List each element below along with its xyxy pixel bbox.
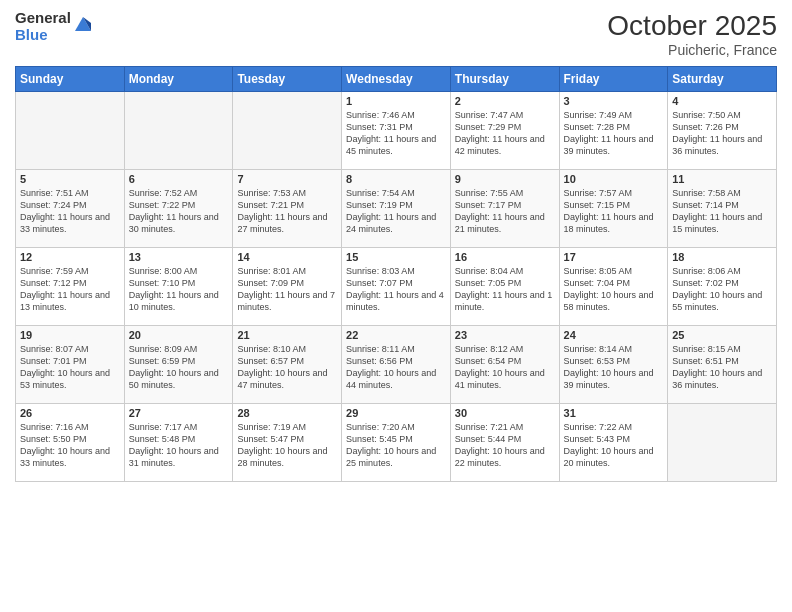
day-info: Sunrise: 7:57 AM Sunset: 7:15 PM Dayligh… [564, 187, 664, 236]
day-info: Sunrise: 8:11 AM Sunset: 6:56 PM Dayligh… [346, 343, 446, 392]
title-block: October 2025 Puicheric, France [607, 10, 777, 58]
day-info: Sunrise: 8:06 AM Sunset: 7:02 PM Dayligh… [672, 265, 772, 314]
day-cell-0-2 [233, 92, 342, 170]
day-cell-1-0: 5Sunrise: 7:51 AM Sunset: 7:24 PM Daylig… [16, 170, 125, 248]
logo-general: General [15, 10, 71, 27]
day-cell-2-1: 13Sunrise: 8:00 AM Sunset: 7:10 PM Dayli… [124, 248, 233, 326]
day-number: 18 [672, 251, 772, 263]
day-cell-0-6: 4Sunrise: 7:50 AM Sunset: 7:26 PM Daylig… [668, 92, 777, 170]
day-cell-3-0: 19Sunrise: 8:07 AM Sunset: 7:01 PM Dayli… [16, 326, 125, 404]
day-number: 25 [672, 329, 772, 341]
day-info: Sunrise: 8:03 AM Sunset: 7:07 PM Dayligh… [346, 265, 446, 314]
day-number: 2 [455, 95, 555, 107]
header-sunday: Sunday [16, 67, 125, 92]
day-number: 13 [129, 251, 229, 263]
day-cell-1-4: 9Sunrise: 7:55 AM Sunset: 7:17 PM Daylig… [450, 170, 559, 248]
day-info: Sunrise: 7:49 AM Sunset: 7:28 PM Dayligh… [564, 109, 664, 158]
day-cell-1-2: 7Sunrise: 7:53 AM Sunset: 7:21 PM Daylig… [233, 170, 342, 248]
day-cell-1-6: 11Sunrise: 7:58 AM Sunset: 7:14 PM Dayli… [668, 170, 777, 248]
header-tuesday: Tuesday [233, 67, 342, 92]
day-cell-1-1: 6Sunrise: 7:52 AM Sunset: 7:22 PM Daylig… [124, 170, 233, 248]
logo-blue: Blue [15, 27, 71, 44]
day-info: Sunrise: 7:54 AM Sunset: 7:19 PM Dayligh… [346, 187, 446, 236]
day-number: 16 [455, 251, 555, 263]
day-number: 5 [20, 173, 120, 185]
day-number: 9 [455, 173, 555, 185]
day-cell-3-4: 23Sunrise: 8:12 AM Sunset: 6:54 PM Dayli… [450, 326, 559, 404]
day-info: Sunrise: 7:52 AM Sunset: 7:22 PM Dayligh… [129, 187, 229, 236]
day-info: Sunrise: 8:10 AM Sunset: 6:57 PM Dayligh… [237, 343, 337, 392]
day-cell-1-3: 8Sunrise: 7:54 AM Sunset: 7:19 PM Daylig… [342, 170, 451, 248]
header-saturday: Saturday [668, 67, 777, 92]
day-cell-0-0 [16, 92, 125, 170]
day-number: 14 [237, 251, 337, 263]
day-cell-4-6 [668, 404, 777, 482]
day-cell-4-5: 31Sunrise: 7:22 AM Sunset: 5:43 PM Dayli… [559, 404, 668, 482]
day-number: 15 [346, 251, 446, 263]
day-cell-3-6: 25Sunrise: 8:15 AM Sunset: 6:51 PM Dayli… [668, 326, 777, 404]
day-number: 28 [237, 407, 337, 419]
day-cell-2-2: 14Sunrise: 8:01 AM Sunset: 7:09 PM Dayli… [233, 248, 342, 326]
day-cell-3-2: 21Sunrise: 8:10 AM Sunset: 6:57 PM Dayli… [233, 326, 342, 404]
day-info: Sunrise: 7:55 AM Sunset: 7:17 PM Dayligh… [455, 187, 555, 236]
day-number: 27 [129, 407, 229, 419]
day-cell-3-3: 22Sunrise: 8:11 AM Sunset: 6:56 PM Dayli… [342, 326, 451, 404]
day-number: 4 [672, 95, 772, 107]
day-info: Sunrise: 7:21 AM Sunset: 5:44 PM Dayligh… [455, 421, 555, 470]
logo: General Blue [15, 10, 93, 43]
day-info: Sunrise: 7:46 AM Sunset: 7:31 PM Dayligh… [346, 109, 446, 158]
day-number: 23 [455, 329, 555, 341]
day-number: 20 [129, 329, 229, 341]
day-number: 7 [237, 173, 337, 185]
day-number: 17 [564, 251, 664, 263]
calendar-container: General Blue October 2025 Puicheric, Fra… [0, 0, 792, 612]
day-number: 10 [564, 173, 664, 185]
day-number: 11 [672, 173, 772, 185]
header-wednesday: Wednesday [342, 67, 451, 92]
day-info: Sunrise: 7:59 AM Sunset: 7:12 PM Dayligh… [20, 265, 120, 314]
day-info: Sunrise: 8:01 AM Sunset: 7:09 PM Dayligh… [237, 265, 337, 314]
day-number: 1 [346, 95, 446, 107]
day-number: 22 [346, 329, 446, 341]
day-info: Sunrise: 8:05 AM Sunset: 7:04 PM Dayligh… [564, 265, 664, 314]
day-cell-2-0: 12Sunrise: 7:59 AM Sunset: 7:12 PM Dayli… [16, 248, 125, 326]
day-number: 3 [564, 95, 664, 107]
day-cell-2-6: 18Sunrise: 8:06 AM Sunset: 7:02 PM Dayli… [668, 248, 777, 326]
day-cell-2-4: 16Sunrise: 8:04 AM Sunset: 7:05 PM Dayli… [450, 248, 559, 326]
location-subtitle: Puicheric, France [607, 42, 777, 58]
day-info: Sunrise: 7:19 AM Sunset: 5:47 PM Dayligh… [237, 421, 337, 470]
logo-icon [73, 13, 93, 33]
day-number: 12 [20, 251, 120, 263]
day-cell-4-3: 29Sunrise: 7:20 AM Sunset: 5:45 PM Dayli… [342, 404, 451, 482]
calendar-table: Sunday Monday Tuesday Wednesday Thursday… [15, 66, 777, 482]
day-cell-0-1 [124, 92, 233, 170]
header-friday: Friday [559, 67, 668, 92]
day-number: 21 [237, 329, 337, 341]
day-info: Sunrise: 7:20 AM Sunset: 5:45 PM Dayligh… [346, 421, 446, 470]
day-info: Sunrise: 8:00 AM Sunset: 7:10 PM Dayligh… [129, 265, 229, 314]
day-number: 8 [346, 173, 446, 185]
header-row: Sunday Monday Tuesday Wednesday Thursday… [16, 67, 777, 92]
week-row-3: 19Sunrise: 8:07 AM Sunset: 7:01 PM Dayli… [16, 326, 777, 404]
day-cell-4-4: 30Sunrise: 7:21 AM Sunset: 5:44 PM Dayli… [450, 404, 559, 482]
day-cell-0-5: 3Sunrise: 7:49 AM Sunset: 7:28 PM Daylig… [559, 92, 668, 170]
day-info: Sunrise: 7:22 AM Sunset: 5:43 PM Dayligh… [564, 421, 664, 470]
day-cell-4-2: 28Sunrise: 7:19 AM Sunset: 5:47 PM Dayli… [233, 404, 342, 482]
day-number: 26 [20, 407, 120, 419]
week-row-4: 26Sunrise: 7:16 AM Sunset: 5:50 PM Dayli… [16, 404, 777, 482]
day-info: Sunrise: 8:14 AM Sunset: 6:53 PM Dayligh… [564, 343, 664, 392]
day-cell-0-3: 1Sunrise: 7:46 AM Sunset: 7:31 PM Daylig… [342, 92, 451, 170]
day-cell-3-1: 20Sunrise: 8:09 AM Sunset: 6:59 PM Dayli… [124, 326, 233, 404]
day-info: Sunrise: 7:58 AM Sunset: 7:14 PM Dayligh… [672, 187, 772, 236]
day-cell-4-0: 26Sunrise: 7:16 AM Sunset: 5:50 PM Dayli… [16, 404, 125, 482]
day-info: Sunrise: 8:12 AM Sunset: 6:54 PM Dayligh… [455, 343, 555, 392]
day-cell-1-5: 10Sunrise: 7:57 AM Sunset: 7:15 PM Dayli… [559, 170, 668, 248]
day-number: 29 [346, 407, 446, 419]
week-row-1: 5Sunrise: 7:51 AM Sunset: 7:24 PM Daylig… [16, 170, 777, 248]
header-thursday: Thursday [450, 67, 559, 92]
day-info: Sunrise: 7:51 AM Sunset: 7:24 PM Dayligh… [20, 187, 120, 236]
day-info: Sunrise: 8:09 AM Sunset: 6:59 PM Dayligh… [129, 343, 229, 392]
month-title: October 2025 [607, 10, 777, 42]
week-row-0: 1Sunrise: 7:46 AM Sunset: 7:31 PM Daylig… [16, 92, 777, 170]
day-info: Sunrise: 8:04 AM Sunset: 7:05 PM Dayligh… [455, 265, 555, 314]
